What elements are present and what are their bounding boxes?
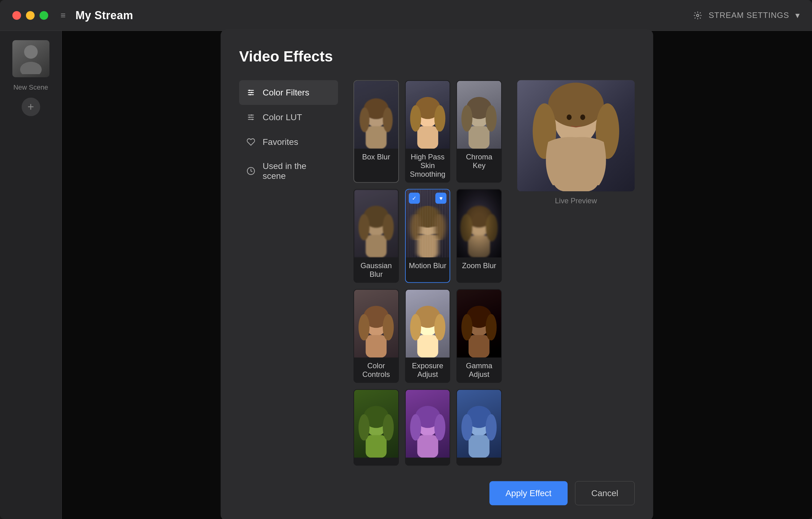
avatar: [12, 40, 50, 77]
svg-point-79: [548, 83, 604, 127]
svg-rect-42: [468, 235, 490, 257]
effect-thumbnail-chroma-key: [457, 81, 501, 149]
nav-item-used-in-scene[interactable]: Used in the scene: [239, 154, 338, 188]
svg-point-25: [434, 105, 445, 132]
effect-thumbnail-gaussian-blur: [354, 190, 398, 258]
main-content: Video Effects: [62, 31, 812, 519]
svg-rect-52: [417, 335, 438, 357]
effect-thumbnail-color-controls: [354, 290, 398, 358]
svg-point-82: [567, 115, 572, 120]
effect-thumbnail-zoom-blur: [457, 190, 501, 258]
check-badge: ✓: [409, 193, 420, 204]
settings-icon[interactable]: [693, 11, 702, 20]
traffic-lights: [12, 11, 48, 20]
svg-point-6: [249, 90, 250, 91]
cancel-button[interactable]: Cancel: [575, 481, 635, 506]
modal-body: Color Filters: [239, 80, 635, 466]
effect-item-gaussian-blur[interactable]: Gaussian Blur: [353, 189, 399, 283]
sliders2-icon: [245, 112, 257, 123]
effects-grid: Box Blur: [353, 80, 502, 466]
svg-point-14: [252, 119, 253, 120]
effect-label-box-blur: Box Blur: [354, 149, 398, 165]
svg-rect-62: [366, 435, 386, 458]
nav-label-color-lut: Color LUT: [263, 112, 302, 122]
minimize-button[interactable]: [26, 11, 35, 20]
sliders-icon: [245, 87, 257, 98]
effect-item-gamma[interactable]: Gamma Adjust: [456, 289, 502, 383]
effect-item-high-pass[interactable]: High Pass Skin Smoothing: [405, 80, 451, 183]
effect-item-green-tint[interactable]: [353, 389, 399, 466]
svg-point-24: [410, 105, 421, 132]
svg-point-65: [383, 414, 394, 441]
effect-label-high-pass: High Pass Skin Smoothing: [406, 149, 450, 182]
menu-icon[interactable]: ≡: [61, 10, 65, 20]
svg-rect-17: [366, 126, 386, 149]
effect-item-chroma-key[interactable]: Chroma Key: [456, 80, 502, 183]
video-effects-modal: Video Effects: [221, 29, 653, 519]
nav-label-color-filters: Color Filters: [263, 88, 309, 97]
nav-item-color-filters[interactable]: Color Filters: [239, 80, 338, 105]
svg-rect-27: [469, 126, 490, 149]
modal-footer: Apply Effect Cancel: [239, 481, 635, 506]
svg-point-29: [462, 105, 473, 132]
svg-point-44: [460, 214, 472, 241]
svg-point-83: [580, 115, 585, 120]
maximize-button[interactable]: [39, 11, 48, 20]
heart-icon: [245, 137, 257, 148]
close-button[interactable]: [12, 11, 21, 20]
effect-thumbnail-green-tint: [354, 390, 398, 458]
app-title: My Stream: [76, 9, 133, 22]
svg-point-45: [486, 214, 498, 241]
svg-point-20: [383, 108, 393, 132]
settings-label[interactable]: STREAM SETTINGS: [708, 10, 789, 20]
svg-point-13: [249, 116, 250, 118]
effect-label-purple-tint: [406, 458, 450, 465]
effect-item-color-controls[interactable]: Color Controls: [353, 289, 399, 383]
effect-item-motion-blur[interactable]: ✓ ♥: [405, 189, 451, 283]
svg-point-43: [466, 206, 493, 228]
chevron-down-icon[interactable]: ▾: [795, 10, 800, 20]
effect-label-green-tint: [354, 458, 398, 465]
svg-point-75: [486, 414, 497, 441]
effect-label-blue-tint: [457, 458, 501, 465]
nav-label-used-in-scene: Used in the scene: [263, 161, 332, 181]
effect-thumbnail-gamma: [457, 290, 501, 358]
svg-point-34: [358, 214, 370, 241]
svg-point-55: [434, 314, 445, 341]
apply-effect-button[interactable]: Apply Effect: [489, 481, 568, 506]
svg-point-18: [364, 98, 388, 119]
preview-label: Live Preview: [517, 197, 635, 205]
svg-point-1: [24, 45, 38, 59]
svg-point-50: [383, 314, 394, 341]
live-preview-panel: Live Preview: [517, 80, 635, 466]
svg-point-2: [20, 62, 42, 74]
preview-image: [517, 80, 635, 192]
effect-label-gamma: Gamma Adjust: [457, 358, 501, 382]
effect-label-motion-blur: Motion Blur: [406, 258, 450, 274]
effect-label-exposure: Exposure Adjust: [406, 358, 450, 382]
svg-point-64: [358, 414, 370, 441]
svg-point-19: [360, 108, 370, 132]
nav-item-color-lut[interactable]: Color LUT: [239, 105, 338, 130]
heart-badge: ♥: [435, 193, 446, 204]
effect-thumbnail-blue-tint: [457, 390, 501, 458]
svg-point-59: [462, 314, 473, 341]
effect-item-box-blur[interactable]: Box Blur: [353, 80, 399, 183]
svg-rect-22: [417, 126, 438, 149]
modal-title: Video Effects: [239, 48, 635, 65]
svg-rect-32: [366, 235, 386, 257]
nav-item-favorites[interactable]: Favorites: [239, 130, 338, 154]
add-scene-button[interactable]: +: [22, 97, 40, 116]
effect-thumbnail-exposure: [406, 290, 450, 358]
svg-point-60: [486, 314, 497, 341]
clock-icon: [245, 166, 257, 177]
effect-item-exposure[interactable]: Exposure Adjust: [405, 289, 451, 383]
effect-item-purple-tint[interactable]: [405, 389, 451, 466]
effect-item-zoom-blur[interactable]: Zoom Blur: [456, 189, 502, 283]
svg-point-35: [383, 214, 394, 241]
avatar-image: [12, 40, 50, 77]
effect-item-blue-tint[interactable]: [456, 389, 502, 466]
svg-rect-47: [366, 335, 386, 357]
scene-label: New Scene: [13, 83, 48, 91]
effect-thumbnail-high-pass: [406, 81, 450, 149]
